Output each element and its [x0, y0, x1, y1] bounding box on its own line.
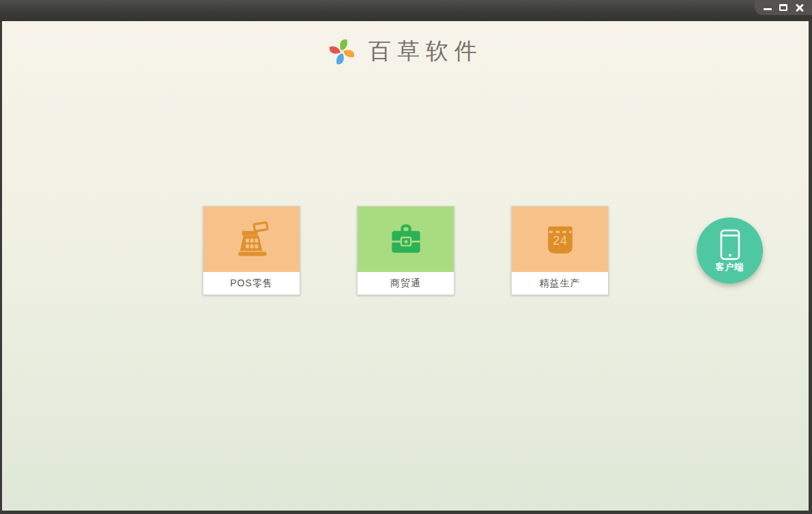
calendar-icon: 24	[540, 219, 581, 260]
close-button[interactable]	[794, 2, 806, 13]
pinwheel-logo-icon	[328, 37, 356, 66]
card-label: POS零售	[203, 272, 300, 294]
smartphone-icon	[720, 229, 740, 260]
card-icon-area	[203, 207, 300, 272]
product-card-pos[interactable]: POS零售	[203, 206, 300, 295]
main-content: 百草软件 POS零售	[2, 21, 809, 511]
brand-header: 百草软件	[2, 36, 809, 67]
close-icon	[795, 3, 804, 12]
maximize-icon	[779, 4, 787, 11]
minimize-icon	[764, 8, 772, 10]
titlebar	[0, 0, 812, 21]
card-icon-area: 24	[512, 207, 608, 272]
briefcase-icon	[386, 219, 426, 260]
app-window: 百草软件 POS零售	[0, 0, 812, 514]
client-button-label: 客户端	[716, 261, 744, 273]
minimize-button[interactable]	[762, 2, 774, 13]
product-card-trade[interactable]: 商贸通	[357, 206, 454, 295]
app-title: 百草软件	[368, 36, 483, 67]
client-app-button[interactable]: 客户端	[697, 217, 763, 284]
card-icon-area	[358, 207, 454, 272]
card-label: 商贸通	[358, 272, 454, 294]
card-label: 精益生产	[512, 272, 608, 294]
window-controls	[755, 0, 812, 15]
cash-register-icon	[231, 219, 272, 260]
maximize-button[interactable]	[777, 2, 789, 13]
svg-text:24: 24	[553, 234, 568, 247]
product-card-lean[interactable]: 24 精益生产	[511, 206, 609, 295]
